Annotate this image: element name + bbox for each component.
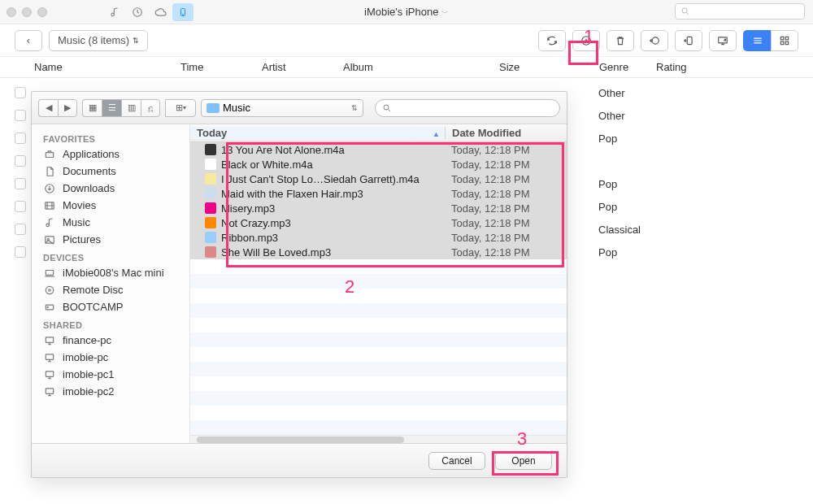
chevron-down-icon: ﹀ [441,9,449,17]
close-window-icon[interactable] [7,7,16,17]
updown-icon: ⇅ [351,104,358,112]
col-rating[interactable]: Rating [656,61,798,73]
device-icon[interactable] [172,3,193,21]
sidebar-item[interactable]: imobie-pc2 [32,383,189,400]
arrange-segment: ⊞ ▾ [165,99,196,117]
svg-rect-26 [46,354,53,358]
dialog-search-input[interactable] [375,99,560,117]
to-computer-button[interactable] [709,30,737,51]
row-checkbox[interactable] [15,87,26,98]
search-input[interactable] [675,3,805,20]
col-artist[interactable]: Artist [262,61,343,73]
row-checkbox[interactable] [15,133,26,144]
sidebar-item[interactable]: BOOTCAMP [32,298,189,315]
sidebar-item[interactable]: Music [32,214,189,231]
list-view-button[interactable] [743,30,771,51]
file-date: Today, 12:18 PM [445,232,567,244]
svg-point-3 [183,14,184,15]
annotation-1: 1 [584,26,593,47]
mus-icon [43,217,56,228]
file-icon [205,173,216,185]
row-genre: Pop [598,201,617,213]
cancel-button[interactable]: Cancel [428,452,485,470]
col-size[interactable]: Size [499,61,599,73]
row-checkbox[interactable] [15,246,26,258]
row-checkbox[interactable] [15,155,26,167]
sidebar-item[interactable]: finance-pc [32,332,189,349]
row-genre: Classical [598,224,641,236]
file-row[interactable]: Maid with the Flaxen Hair.mp3Today, 12:1… [190,186,567,201]
sidebar-item[interactable]: Movies [32,197,189,214]
dialog-col-date[interactable]: Date Modified [445,127,567,139]
sidebar-item[interactable]: imobie-pc1 [32,366,189,383]
column-headers: Name Time Artist Album Size Genre Rating [0,57,813,78]
row-checkbox[interactable] [15,178,26,189]
file-row[interactable]: She Will Be Loved.mp3Today, 12:18 PM [190,245,567,259]
col-time[interactable]: Time [180,61,262,73]
pic-icon [43,234,56,245]
back-button[interactable]: ‹ [15,30,42,51]
zoom-window-icon[interactable] [37,7,47,17]
dialog-footer: Cancel Open [32,443,567,477]
view-list-button[interactable]: ☰ [102,99,121,117]
mov-icon [43,200,56,211]
row-genre: Pop [598,133,617,145]
sidebar-item[interactable]: Applications [32,146,189,163]
row-checkbox[interactable] [15,201,26,212]
view-icons-button[interactable]: ▦ [82,99,102,117]
file-row[interactable]: I Just Can't Stop Lo…Siedah Garrett).m4a… [190,172,567,186]
history-icon[interactable] [127,3,148,21]
sidebar-item[interactable]: Documents [32,163,189,180]
file-name: I Just Can't Stop Lo…Siedah Garrett).m4a [221,173,445,185]
file-row[interactable]: Ribbon.mp3Today, 12:18 PM [190,230,567,245]
sidebar-heading: SHARED [32,315,189,332]
dialog-col-name[interactable]: Today▲ [190,127,445,139]
view-segment: ▦ ☰ ▥ ⎌ [82,99,160,117]
sort-asc-icon: ▲ [433,130,440,138]
nav-back-button[interactable]: ◀ [38,99,58,117]
window-titlebar: iMobie's iPhone ﹀ [0,0,813,24]
refresh-button[interactable] [538,30,566,51]
file-icon [205,144,216,155]
arrange-button[interactable]: ⊞ ▾ [165,99,196,117]
svg-rect-7 [687,37,692,44]
sidebar-item[interactable]: Pictures [32,231,189,248]
disc-icon [43,285,56,296]
file-row[interactable]: Not Crazy.mp3Today, 12:18 PM [190,215,567,230]
folder-dropdown[interactable]: Music ⇅ [201,99,363,117]
file-row[interactable]: 13 You Are Not Alone.m4aToday, 12:18 PM [190,142,567,157]
svg-rect-9 [780,37,784,40]
file-row[interactable]: Black or White.m4aToday, 12:18 PM [190,157,567,172]
file-row[interactable]: Misery.mp3Today, 12:18 PM [190,201,567,215]
row-genre: Other [598,87,625,99]
music-library-icon[interactable] [104,3,125,21]
svg-rect-14 [46,152,53,157]
col-album[interactable]: Album [343,61,499,73]
view-columns-button[interactable]: ▥ [121,99,141,117]
grid-view-button[interactable] [771,30,798,51]
view-coverflow-button[interactable]: ⎌ [141,99,160,117]
breadcrumb-dropdown[interactable]: Music (8 items)⇅ [49,30,148,51]
to-device-button[interactable] [675,30,702,51]
row-checkbox[interactable] [15,224,26,235]
to-itunes-button[interactable] [641,30,668,51]
svg-point-24 [47,306,48,307]
nav-forward-button[interactable]: ▶ [58,99,77,117]
sidebar-item[interactable]: Downloads [32,180,189,197]
sidebar-item[interactable]: Remote Disc [32,281,189,298]
minimize-window-icon[interactable] [22,7,32,17]
row-checkbox[interactable] [15,110,26,121]
pc-icon [43,335,56,346]
file-list[interactable]: 13 You Are Not Alone.m4aToday, 12:18 PMB… [190,142,567,435]
row-genre: Pop [598,178,617,190]
delete-button[interactable] [606,30,634,51]
sidebar-heading: FAVORITES [32,129,189,146]
cloud-icon[interactable] [150,3,171,21]
svg-point-13 [384,105,389,110]
col-name[interactable]: Name [34,61,180,73]
sidebar-item[interactable]: iMobie008's Mac mini [32,264,189,281]
sidebar-item[interactable]: imobie-pc [32,349,189,366]
open-button[interactable]: Open [495,452,552,470]
col-genre[interactable]: Genre [599,61,656,73]
horizontal-scrollbar[interactable] [190,435,567,443]
